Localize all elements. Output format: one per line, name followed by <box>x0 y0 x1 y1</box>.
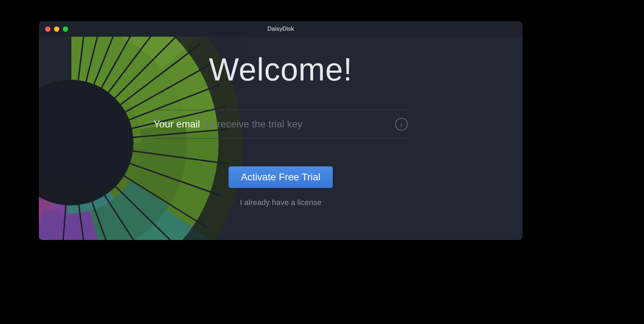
zoom-window-button[interactable] <box>63 26 68 32</box>
email-row: Your email i <box>154 110 408 139</box>
close-window-button[interactable] <box>45 26 50 32</box>
email-input[interactable] <box>206 119 395 130</box>
welcome-panel: Welcome! Your email i Activate Free Tria… <box>39 37 523 240</box>
window-content: Welcome! Your email i Activate Free Tria… <box>39 37 523 240</box>
app-window: DaisyDisk <box>39 21 523 240</box>
already-have-license-link[interactable]: I already have a license <box>240 198 321 207</box>
email-label: Your email <box>154 119 200 130</box>
info-icon[interactable]: i <box>395 118 408 131</box>
minimize-window-button[interactable] <box>54 26 59 32</box>
activate-free-trial-button[interactable]: Activate Free Trial <box>228 166 333 188</box>
window-controls <box>45 26 68 32</box>
welcome-heading: Welcome! <box>209 52 352 88</box>
titlebar: DaisyDisk <box>39 21 523 37</box>
window-title: DaisyDisk <box>39 25 523 32</box>
